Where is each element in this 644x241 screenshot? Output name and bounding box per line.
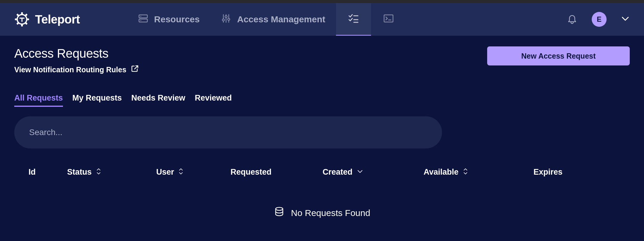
user-menu-toggle[interactable]	[621, 14, 630, 24]
database-icon	[274, 206, 285, 219]
topbar: Teleport Resources	[0, 3, 644, 36]
svg-rect-11	[139, 15, 147, 18]
tab-my-requests[interactable]: My Requests	[72, 93, 122, 107]
svg-line-26	[135, 66, 138, 69]
user-avatar-initial: E	[597, 15, 602, 24]
svg-point-14	[140, 20, 141, 21]
column-available-label: Available	[424, 168, 459, 177]
column-user-label: User	[156, 168, 174, 177]
column-requested[interactable]: Requested	[231, 168, 323, 177]
sort-icon	[96, 168, 101, 177]
column-expires-label: Expires	[533, 168, 563, 177]
request-tabs: All Requests My Requests Needs Review Re…	[14, 93, 630, 107]
column-created[interactable]: Created	[323, 168, 424, 177]
tab-reviewed[interactable]: Reviewed	[195, 93, 232, 107]
search-container	[14, 116, 442, 148]
column-status[interactable]: Status	[67, 168, 156, 177]
column-expires[interactable]: Expires	[533, 168, 615, 177]
svg-rect-24	[384, 15, 393, 22]
nav-access-management[interactable]: Access Management	[210, 3, 336, 36]
sort-icon	[178, 168, 184, 177]
svg-rect-3	[15, 18, 17, 20]
column-id-label: Id	[29, 168, 36, 177]
routing-rules-link-label: View Notification Routing Rules	[14, 65, 126, 74]
page-content: Access Requests View Notification Routin…	[0, 36, 644, 241]
column-requested-label: Requested	[231, 168, 272, 177]
new-access-request-button[interactable]: New Access Request	[487, 46, 630, 65]
page-header-left: Access Requests View Notification Routin…	[14, 46, 139, 74]
sort-icon	[463, 168, 468, 177]
routing-rules-link[interactable]: View Notification Routing Rules	[14, 65, 139, 74]
page-title: Access Requests	[14, 46, 139, 61]
nav-access-management-label: Access Management	[237, 14, 325, 24]
brand[interactable]: Teleport	[14, 12, 80, 27]
svg-rect-2	[21, 24, 23, 26]
app-root: Teleport Resources	[0, 3, 644, 241]
window-chrome	[0, 0, 644, 3]
column-available[interactable]: Available	[424, 168, 533, 177]
server-icon	[138, 13, 148, 26]
svg-point-27	[276, 207, 283, 210]
nav-resources[interactable]: Resources	[127, 3, 210, 36]
sliders-icon	[221, 13, 231, 26]
page-header: Access Requests View Notification Routin…	[14, 46, 630, 74]
tab-all-requests[interactable]: All Requests	[14, 93, 63, 107]
nav-terminal[interactable]	[371, 3, 406, 36]
empty-state-text: No Requests Found	[291, 208, 370, 218]
checklist-icon	[348, 13, 359, 26]
brand-name: Teleport	[35, 13, 80, 26]
notifications-button[interactable]	[567, 13, 577, 25]
search-input[interactable]	[29, 127, 428, 137]
svg-point-19	[225, 15, 227, 18]
brand-logo-icon	[14, 12, 30, 27]
svg-rect-12	[139, 19, 147, 22]
column-id[interactable]: Id	[29, 168, 67, 177]
chevron-down-icon	[621, 14, 630, 24]
svg-rect-1	[21, 12, 23, 15]
tab-needs-review[interactable]: Needs Review	[131, 93, 185, 107]
nav-access-requests[interactable]	[336, 3, 371, 36]
svg-point-18	[222, 19, 225, 21]
user-avatar[interactable]: E	[592, 12, 607, 27]
bell-icon	[567, 13, 577, 25]
external-link-icon	[131, 65, 139, 74]
svg-point-20	[228, 18, 230, 20]
chevron-down-icon	[357, 168, 363, 177]
svg-point-13	[140, 16, 141, 17]
column-user[interactable]: User	[156, 168, 231, 177]
topbar-right: E	[567, 12, 630, 27]
terminal-icon	[383, 13, 394, 26]
empty-state: No Requests Found	[14, 206, 630, 219]
column-created-label: Created	[323, 168, 353, 177]
column-status-label: Status	[67, 168, 92, 177]
nav-resources-label: Resources	[154, 14, 200, 24]
svg-rect-4	[27, 18, 29, 20]
top-nav: Resources Access Management	[127, 3, 406, 36]
table-header: Id Status User Requested	[14, 168, 630, 177]
